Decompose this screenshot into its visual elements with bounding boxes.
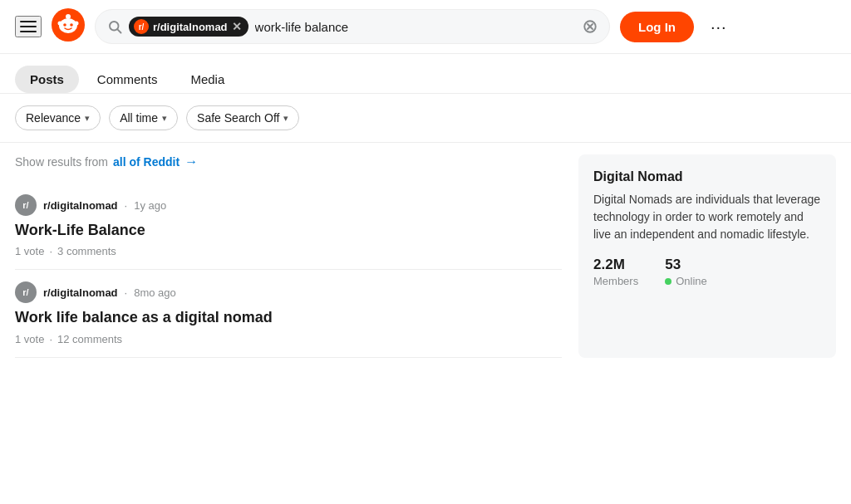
- show-results-arrow: →: [184, 154, 198, 169]
- post-comments: 3 comments: [57, 245, 116, 257]
- search-input[interactable]: [255, 20, 576, 34]
- search-bar[interactable]: r/ r/digitalnomad ✕: [95, 9, 610, 44]
- subreddit-tag-label: r/digitalnomad: [153, 21, 228, 33]
- post-title: Work life balance as a digital nomad: [15, 308, 562, 327]
- post-time: 8mo ago: [134, 286, 176, 299]
- filters-row: Relevance ▾ All time ▾ Safe Search Off ▾: [0, 94, 851, 143]
- post-meta: r/ r/digitalnomad · 1y ago: [15, 194, 562, 216]
- remove-subreddit-tag-button[interactable]: ✕: [232, 21, 242, 32]
- online-label: Online: [665, 275, 707, 287]
- avatar: r/: [15, 194, 37, 216]
- online-indicator-icon: [665, 278, 671, 285]
- safe-search-label: Safe Search Off: [197, 111, 279, 125]
- header: r/ r/digitalnomad ✕ Log In ···: [0, 0, 851, 54]
- all-of-reddit-link[interactable]: all of Reddit: [113, 155, 180, 169]
- card-stats: 2.2M Members 53 Online: [593, 257, 821, 287]
- online-stat: 53 Online: [665, 257, 707, 287]
- post-votes: 1 vote: [15, 245, 44, 257]
- tab-media[interactable]: Media: [175, 66, 239, 93]
- separator: ·: [125, 199, 128, 212]
- tab-posts[interactable]: Posts: [15, 66, 79, 93]
- subreddit-filter-tag[interactable]: r/ r/digitalnomad ✕: [129, 17, 248, 37]
- post-stats: 1 vote · 12 comments: [15, 333, 562, 345]
- post-item[interactable]: r/ r/digitalnomad · 8mo ago Work life ba…: [15, 270, 562, 357]
- separator: ·: [125, 286, 128, 299]
- safe-search-filter[interactable]: Safe Search Off ▾: [186, 105, 299, 130]
- show-results-prefix: Show results from: [15, 155, 108, 169]
- svg-point-3: [70, 23, 73, 27]
- tab-comments[interactable]: Comments: [82, 66, 173, 93]
- post-meta: r/ r/digitalnomad · 8mo ago: [15, 281, 562, 303]
- card-description: Digital Nomads are individuals that leve…: [593, 191, 821, 243]
- tabs-row: Posts Comments Media: [0, 54, 851, 94]
- login-button[interactable]: Log In: [620, 12, 694, 42]
- time-label: All time: [120, 111, 158, 125]
- svg-point-4: [58, 22, 62, 26]
- relevance-filter[interactable]: Relevance ▾: [15, 105, 101, 130]
- svg-line-9: [117, 29, 121, 32]
- more-options-button[interactable]: ···: [704, 14, 734, 40]
- separator: ·: [49, 333, 52, 345]
- separator: ·: [49, 245, 52, 257]
- post-stats: 1 vote · 3 comments: [15, 245, 562, 257]
- relevance-label: Relevance: [26, 111, 81, 125]
- members-stat: 2.2M Members: [593, 257, 638, 287]
- time-chevron-icon: ▾: [162, 113, 167, 124]
- post-title: Work-Life Balance: [15, 221, 562, 240]
- post-comments: 12 comments: [57, 333, 122, 345]
- post-subreddit: r/digitalnomad: [43, 286, 118, 299]
- hamburger-button[interactable]: [15, 16, 42, 37]
- svg-point-5: [75, 22, 79, 26]
- safe-search-chevron-icon: ▾: [283, 113, 288, 124]
- relevance-chevron-icon: ▾: [85, 113, 90, 124]
- search-icon: [107, 19, 122, 34]
- online-value: 53: [665, 257, 707, 273]
- show-results-row: Show results from all of Reddit →: [15, 154, 562, 169]
- reddit-logo[interactable]: [52, 8, 85, 45]
- time-filter[interactable]: All time ▾: [109, 105, 178, 130]
- post-item[interactable]: r/ r/digitalnomad · 1y ago Work-Life Bal…: [15, 183, 562, 270]
- clear-search-button[interactable]: [583, 19, 598, 34]
- post-time: 1y ago: [134, 199, 166, 212]
- results-column: Show results from all of Reddit → r/ r/d…: [15, 154, 562, 358]
- members-label: Members: [593, 275, 638, 287]
- post-subreddit: r/digitalnomad: [43, 199, 118, 212]
- post-votes: 1 vote: [15, 333, 44, 345]
- svg-point-6: [66, 14, 71, 19]
- subreddit-avatar: r/: [134, 19, 149, 34]
- members-value: 2.2M: [593, 257, 638, 273]
- avatar: r/: [15, 281, 37, 303]
- main-content: Show results from all of Reddit → r/ r/d…: [0, 143, 851, 369]
- sidebar-card: Digital Nomad Digital Nomads are individ…: [578, 154, 836, 358]
- svg-point-2: [63, 23, 66, 27]
- card-title: Digital Nomad: [593, 169, 821, 184]
